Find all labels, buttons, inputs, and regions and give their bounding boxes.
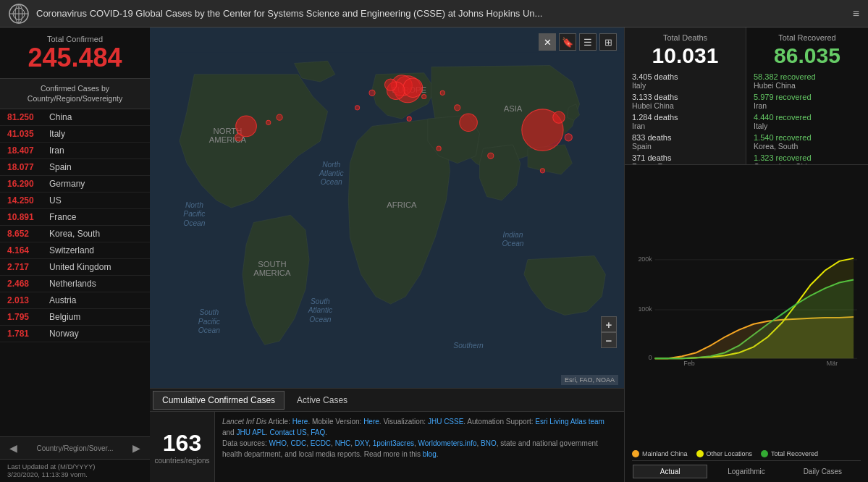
sidebar-country-item[interactable]: 10.891France [0, 209, 150, 226]
last-updated-value: 3/20/2020, 11:13:39 vorm. [7, 470, 143, 478]
recovered-list-item: 5.979 recoveredIran [754, 93, 861, 110]
svg-text:Mär: Mär [827, 360, 838, 367]
recovered-list-item: 1.540 recoveredKorea, South [754, 133, 861, 151]
sidebar-country-item[interactable]: 1.795Belgium [0, 309, 150, 326]
map-tabs: Cumulative Confirmed CasesActive Cases [150, 388, 624, 411]
small-bubble1 [422, 94, 426, 98]
sidebar-country-item[interactable]: 41.035Italy [0, 126, 150, 143]
country-name: Belgium [49, 312, 80, 322]
small-bubble6 [277, 114, 282, 120]
small-bubble7 [235, 134, 243, 141]
map-tab[interactable]: Active Cases [287, 391, 357, 410]
death-list-item: 371 deathsFrance France [632, 153, 738, 165]
map-bookmark-button[interactable]: 🔖 [559, 33, 576, 51]
sidebar-country-item[interactable]: 2.013Austria [0, 292, 150, 309]
sidebar-country-item[interactable]: 14.250US [0, 193, 150, 209]
chart-legend: Mainland ChinaOther LocationsTotal Recov… [632, 449, 861, 460]
zoom-in-button[interactable]: + [601, 316, 617, 332]
map-tab[interactable]: Cumulative Confirmed Cases [153, 391, 285, 410]
death-list-item: 3.133 deathsHubei China [632, 93, 738, 110]
sidebar-country-item[interactable]: 18.077Spain [0, 159, 150, 176]
chart-area: 200k 100k 0 Feb Mär [625, 165, 868, 482]
country-count-value: 81.250 [7, 112, 49, 122]
legend-label: Other Locations [707, 450, 753, 457]
zoom-controls: + − [601, 316, 617, 348]
chart-tab[interactable]: Logarithmic [709, 465, 783, 478]
korea-bubble [553, 111, 565, 123]
nav-next-arrow[interactable]: ▶ [129, 441, 144, 455]
recovered-list-item: 58.382 recoveredHubei China [754, 72, 861, 90]
country-name: Netherlands [49, 279, 96, 289]
country-name: Germany [49, 179, 85, 189]
svg-text:100k: 100k [638, 305, 652, 313]
recovered-list: 58.382 recoveredHubei China5.979 recover… [754, 72, 861, 165]
small-bubble12 [437, 146, 441, 151]
sidebar-country-item[interactable]: 81.250China [0, 109, 150, 126]
svg-marker-16 [655, 280, 854, 359]
sidebar-country-item[interactable]: 8.652Korea, South [0, 226, 150, 242]
chart-tab[interactable]: Daily Cases [785, 465, 860, 478]
world-map-svg: NORTH AMERICA SOUTH AMERICA EUROPE AFRIC… [150, 28, 624, 388]
uk-bubble [384, 79, 396, 90]
sidebar-country-item[interactable]: 16.290Germany [0, 176, 150, 193]
country-count-value: 2.468 [7, 279, 49, 289]
sidebar-country-item[interactable]: 4.164Switzerland [0, 242, 150, 259]
country-name: Switzerland [49, 245, 94, 255]
deaths-list: 3.405 deathsItaly3.133 deathsHubei China… [632, 72, 738, 165]
country-count-value: 10.891 [7, 212, 49, 222]
recovered-list-item: 1.323 recoveredGuangdong China [754, 153, 861, 165]
recovered-total: 86.035 [754, 43, 861, 68]
country-count-value: 18.407 [7, 145, 49, 156]
center-panel: NORTH AMERICA SOUTH AMERICA EUROPE AFRIC… [150, 28, 624, 482]
country-count-value: 8.652 [7, 229, 49, 239]
right-panels: Total Deaths 10.031 3.405 deathsItaly3.1… [624, 28, 868, 482]
small-bubble2 [440, 90, 444, 95]
map-toolbar: ✕ 🔖 ☰ ⊞ [539, 33, 617, 51]
last-updated-label: Last Updated at (M/D/YYYY) [7, 462, 143, 470]
map-grid-button[interactable]: ⊞ [599, 33, 617, 51]
recovered-list-item: 4.440 recoveredItaly [754, 113, 861, 130]
country-count-value: 41.035 [7, 129, 49, 139]
bottom-bar: 163 countries/regions Lancet Inf Dis Art… [150, 411, 624, 482]
sidebar-country-item[interactable]: 18.407Iran [0, 143, 150, 159]
zoom-out-button[interactable]: − [601, 332, 617, 348]
country-count-label: countries/regions [154, 457, 209, 465]
country-name: Austria [49, 295, 76, 305]
small-bubble10 [455, 105, 460, 111]
legend-label: Total Recovered [771, 450, 818, 457]
nav-label: Country/Region/Sover... [21, 444, 129, 452]
germany-bubble [403, 78, 423, 98]
country-name: United Kingdom [49, 262, 111, 272]
chart-svg: 200k 100k 0 Feb Mär [632, 171, 861, 449]
map-container[interactable]: NORTH AMERICA SOUTH AMERICA EUROPE AFRIC… [150, 28, 624, 388]
deaths-total: 10.031 [632, 43, 738, 68]
country-count-value: 4.164 [7, 245, 49, 255]
source-text: Lancet Inf Dis Article: Here. Mobile Ver… [215, 412, 624, 482]
death-list-item: 833 deathsSpain [632, 133, 738, 151]
country-count-value: 2.717 [7, 262, 49, 272]
sidebar-country-item[interactable]: 1.781Norway [0, 326, 150, 342]
jhu-logo-icon [9, 4, 29, 24]
map-list-button[interactable]: ☰ [579, 33, 597, 51]
menu-icon[interactable]: ≡ [853, 7, 859, 20]
sidebar-country-item[interactable]: 2.468Netherlands [0, 276, 150, 292]
legend-item: Other Locations [696, 450, 753, 457]
iran-bubble [460, 114, 478, 132]
country-count-value: 2.013 [7, 295, 49, 305]
sidebar-country-item[interactable]: 2.717United Kingdom [0, 259, 150, 276]
small-bubble11 [407, 117, 411, 121]
country-name: China [49, 112, 72, 122]
india-bubble [488, 153, 494, 158]
page-title: Coronavirus COVID-19 Global Cases by the… [36, 8, 853, 19]
chart-tab[interactable]: Actual [633, 465, 707, 478]
nav-prev-arrow[interactable]: ◀ [6, 441, 21, 455]
recovered-panel: Total Recovered 86.035 58.382 recoveredH… [746, 28, 868, 165]
legend-dot [761, 450, 768, 457]
chart-wrapper: 200k 100k 0 Feb Mär [632, 171, 861, 449]
map-close-button[interactable]: ✕ [539, 33, 556, 51]
header: Coronavirus COVID-19 Global Cases by the… [0, 0, 868, 28]
country-list[interactable]: 81.250China41.035Italy18.407Iran18.077Sp… [0, 109, 150, 436]
legend-dot [632, 450, 639, 457]
confirmed-list-header: Confirmed Cases by Country/Region/Sovere… [0, 79, 150, 109]
country-count-value: 1.795 [7, 312, 49, 322]
